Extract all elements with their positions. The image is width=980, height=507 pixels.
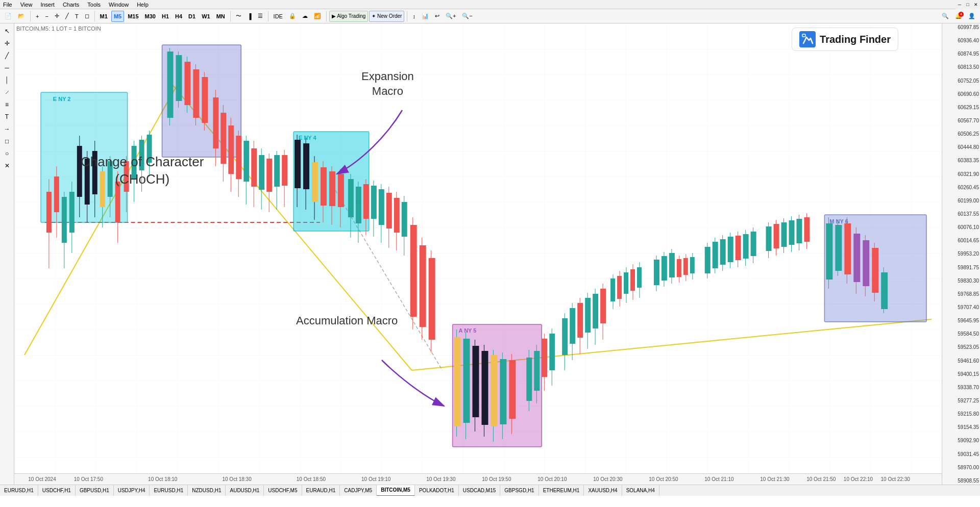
undo-button[interactable]: ↩ bbox=[432, 11, 442, 22]
tab-euraud-h1[interactable]: EURAUD,H1 bbox=[302, 485, 340, 496]
svg-rect-132 bbox=[577, 303, 583, 338]
svg-rect-36 bbox=[132, 146, 137, 179]
tab-eurusd-h1[interactable]: EURUSD,H1 bbox=[0, 485, 38, 496]
ellipse-tool[interactable]: ○ bbox=[2, 148, 13, 159]
chart-area[interactable]: BITCOIN,M5: 1 LOT = 1 BITCOIN Trading Fi… bbox=[14, 23, 942, 485]
zoom-in-button[interactable]: + bbox=[33, 11, 41, 22]
chart-type-bar[interactable]: ☰ bbox=[255, 11, 265, 22]
maximize-button[interactable]: □ bbox=[964, 0, 972, 9]
signal-button[interactable]: 📶 bbox=[311, 11, 324, 22]
main-layout: ↖ ✛ ╱ ─ │ ⟋ ≡ T → □ ○ ✕ BITCOIN,M5: 1 LO… bbox=[0, 23, 980, 485]
svg-rect-90 bbox=[371, 186, 377, 219]
text-tool[interactable]: T bbox=[2, 111, 13, 122]
indicators-button[interactable]: ↕ bbox=[410, 11, 418, 22]
ide-button[interactable]: IDE bbox=[271, 11, 285, 22]
tf-d1[interactable]: D1 bbox=[186, 11, 198, 22]
channel-tool[interactable]: ⟋ bbox=[2, 87, 13, 98]
lock-button[interactable]: 🔒 bbox=[286, 11, 299, 22]
svg-rect-86 bbox=[356, 187, 361, 223]
menu-charts[interactable]: Charts bbox=[62, 2, 80, 8]
shapes-button[interactable]: ◻ bbox=[82, 11, 92, 22]
tab-ethereum-h1[interactable]: ETHEREUM,H1 bbox=[539, 485, 584, 496]
zoom-out-button[interactable]: − bbox=[42, 11, 51, 22]
line-tool[interactable]: ╱ bbox=[2, 50, 13, 61]
hline-tool[interactable]: ─ bbox=[2, 62, 13, 73]
price-59953: 59953.20 bbox=[943, 251, 979, 257]
svg-rect-166 bbox=[720, 239, 726, 265]
fib-tool[interactable]: ≡ bbox=[2, 99, 13, 110]
tab-cadjpy-m5[interactable]: CADJPY,M5 bbox=[340, 485, 377, 496]
menu-window[interactable]: Window bbox=[108, 2, 130, 8]
separator-4 bbox=[268, 11, 268, 21]
tab-gbpsgd-h1[interactable]: GBPSGD,H1 bbox=[500, 485, 538, 496]
price-60629: 60629.15 bbox=[943, 105, 979, 110]
rect-tool[interactable]: □ bbox=[2, 136, 13, 147]
profile-button[interactable]: 👤 bbox=[966, 11, 978, 22]
tab-eurusd-h1-2[interactable]: EURUSD,H1 bbox=[150, 485, 188, 496]
svg-rect-150 bbox=[654, 260, 659, 285]
new-order-button[interactable]: ✦ New Order bbox=[369, 11, 404, 22]
close-button[interactable]: ✕ bbox=[972, 0, 980, 9]
tf-m1[interactable]: M1 bbox=[97, 11, 110, 22]
svg-rect-160 bbox=[690, 257, 695, 273]
svg-rect-14 bbox=[46, 192, 52, 233]
crosshair-button[interactable]: ✛ bbox=[52, 11, 62, 22]
tab-bitcoin-m5[interactable]: BITCOIN,M5 bbox=[377, 485, 415, 496]
delete-tool[interactable]: ✕ bbox=[2, 160, 13, 171]
tab-xauusd-h4[interactable]: XAUUSD,H4 bbox=[584, 485, 622, 496]
zoom-chart-in[interactable]: 🔍+ bbox=[443, 11, 458, 22]
arrow-tool[interactable]: → bbox=[2, 123, 13, 135]
text-button[interactable]: T bbox=[72, 11, 81, 22]
tab-solana-h4[interactable]: SOLANA,H4 bbox=[622, 485, 659, 496]
tf-h1[interactable]: H1 bbox=[159, 11, 172, 22]
svg-rect-60 bbox=[243, 141, 249, 182]
tab-polkadot-h1[interactable]: POLKADOT,H1 bbox=[415, 485, 459, 496]
chart-type-candle[interactable]: ▐ bbox=[245, 11, 254, 22]
tf-mn[interactable]: MN bbox=[214, 11, 228, 22]
menu-help[interactable]: Help bbox=[136, 2, 150, 8]
menu-tools[interactable]: Tools bbox=[86, 2, 102, 8]
tab-usdcad-m15[interactable]: USDCAD,M15 bbox=[459, 485, 500, 496]
algo-trading-button[interactable]: ▶ Algo Trading bbox=[329, 11, 368, 22]
svg-rect-140 bbox=[610, 278, 615, 301]
time-label-3: 10 Oct 18:30 bbox=[222, 476, 251, 482]
menu-view[interactable]: View bbox=[19, 2, 34, 8]
objects-button[interactable]: 📊 bbox=[419, 11, 431, 22]
menu-file[interactable]: File bbox=[2, 2, 13, 8]
tf-m15[interactable]: M15 bbox=[125, 11, 141, 22]
tf-m5[interactable]: M5 bbox=[111, 11, 124, 22]
time-label-1: 10 Oct 17:50 bbox=[74, 476, 103, 482]
new-chart-button[interactable]: 📄 bbox=[2, 11, 14, 22]
tf-h4[interactable]: H4 bbox=[173, 11, 185, 22]
tf-m30[interactable]: M30 bbox=[142, 11, 158, 22]
tab-usdjpy-h4[interactable]: USDJPY,H4 bbox=[114, 485, 150, 496]
tf-logo-icon bbox=[799, 31, 816, 47]
svg-rect-146 bbox=[630, 269, 635, 291]
cloud-button[interactable]: ☁ bbox=[300, 11, 310, 22]
svg-rect-164 bbox=[713, 242, 718, 268]
cursor-tool[interactable]: ↖ bbox=[2, 26, 13, 37]
line-button[interactable]: ╱ bbox=[63, 11, 71, 22]
zoom-chart-out[interactable]: 🔍− bbox=[459, 11, 475, 22]
menu-insert[interactable]: Insert bbox=[39, 2, 56, 8]
minimize-button[interactable]: ─ bbox=[955, 0, 964, 9]
tab-usdchf-m5[interactable]: USDCHF,M5 bbox=[264, 485, 302, 496]
tab-audusd-h1[interactable]: AUDUSD,H1 bbox=[226, 485, 264, 496]
svg-rect-34 bbox=[124, 161, 129, 192]
price-59523: 59523.05 bbox=[943, 344, 979, 350]
vline-tool[interactable]: │ bbox=[2, 74, 13, 86]
tf-w1[interactable]: W1 bbox=[199, 11, 213, 22]
open-button[interactable]: 📂 bbox=[15, 11, 28, 22]
price-60076: 60076.10 bbox=[943, 224, 979, 230]
tab-nzdusd-h1[interactable]: NZDUSD,H1 bbox=[188, 485, 226, 496]
svg-rect-96 bbox=[394, 198, 400, 233]
svg-rect-108 bbox=[463, 339, 470, 423]
search-button[interactable]: 🔍 bbox=[939, 11, 951, 22]
tab-usdchf-h1[interactable]: USDCHF,H1 bbox=[38, 485, 76, 496]
chart-type-line[interactable]: 〜 bbox=[233, 11, 244, 22]
crosshair-tool[interactable]: ✛ bbox=[2, 38, 13, 49]
svg-text:M NY 6: M NY 6 bbox=[829, 218, 848, 224]
price-60383: 60383.35 bbox=[943, 158, 979, 163]
notifications-button[interactable]: 🔔4 bbox=[952, 11, 965, 22]
tab-gbpusd-h1[interactable]: GBPUSD,H1 bbox=[76, 485, 114, 496]
